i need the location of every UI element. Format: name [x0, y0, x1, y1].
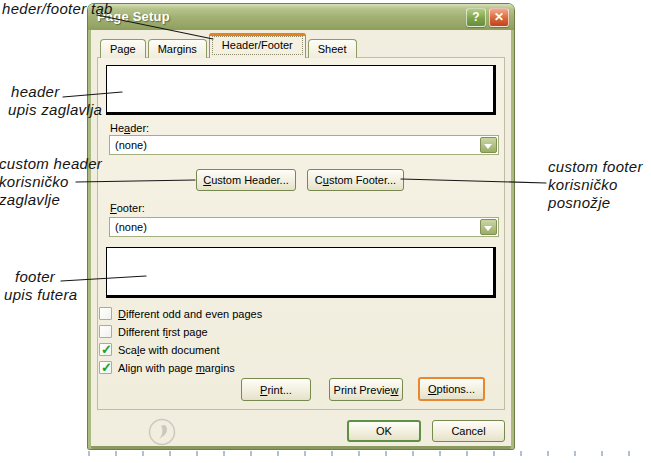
tab-strip: Page Margins Header/Footer Sheet	[100, 33, 357, 58]
annotation-header-note-line1: header	[11, 83, 102, 101]
checkbox-row-different-first-page: Different first page	[99, 324, 208, 339]
help-button[interactable]: ?	[466, 8, 486, 27]
annotation-footer-note: footer upis futera	[15, 268, 77, 304]
header-footer-tab-panel: Header: (none) Custom Header... Custom F…	[97, 57, 505, 410]
watermark-logo-icon	[148, 418, 176, 446]
annotation-footer-note-line2: upis futera	[4, 286, 77, 304]
checkbox-row-different-odd-even: Different odd and even pages	[99, 306, 262, 321]
dialog-titlebar[interactable]: Page Setup ? ✕	[88, 4, 514, 30]
footer-label: Footer:	[110, 202, 145, 214]
annotation-custom-footer-note: custom footer korisničko posnožje	[548, 158, 643, 212]
annotation-header-note-line2: upis zaglavlja	[8, 101, 102, 119]
ok-button[interactable]: OK	[347, 420, 421, 442]
annotation-footer-note-line1: footer	[15, 268, 77, 286]
close-button[interactable]: ✕	[489, 8, 509, 27]
header-dropdown-value: (none)	[115, 139, 147, 151]
checkbox-row-align-with-page-margins: Align with page margins	[99, 360, 235, 375]
header-dropdown[interactable]: (none)	[109, 135, 499, 155]
tab-header-footer[interactable]: Header/Footer	[209, 33, 306, 58]
print-button[interactable]: Print...	[241, 378, 311, 401]
print-preview-button[interactable]: Print Preview	[329, 378, 403, 401]
options-button[interactable]: Options...	[418, 377, 485, 401]
page-setup-dialog: Page Setup ? ✕ Page Margins Header/Foote…	[88, 4, 514, 449]
checkbox-row-scale-with-document: Scale with document	[99, 342, 220, 357]
annotation-custom-header-line1: custom header	[0, 155, 102, 173]
annotation-custom-header-line3: zaglavlje	[0, 191, 102, 209]
checkbox-label-different-odd-even[interactable]: Different odd and even pages	[118, 308, 262, 320]
annotation-header-note: header upis zaglavlja	[11, 83, 102, 119]
footer-preview-box	[106, 247, 496, 298]
checkbox-label-scale-with-document[interactable]: Scale with document	[118, 344, 220, 356]
header-preview-box	[106, 65, 496, 115]
tab-sheet[interactable]: Sheet	[308, 39, 357, 58]
help-icon: ?	[472, 10, 479, 24]
tab-margins[interactable]: Margins	[148, 39, 207, 58]
background-gridline-artifacts	[88, 451, 646, 456]
header-dropdown-arrow-icon[interactable]	[480, 137, 497, 153]
checkbox-align-with-page-margins[interactable]	[99, 361, 112, 374]
custom-footer-button[interactable]: Custom Footer...	[307, 169, 404, 191]
tab-page[interactable]: Page	[100, 39, 146, 58]
footer-dropdown-value: (none)	[115, 221, 147, 233]
footer-dropdown-arrow-icon[interactable]	[480, 219, 497, 235]
annotation-custom-header-note: custom header korisničko zaglavlje	[0, 155, 102, 209]
annotation-custom-footer-line3: posnožje	[548, 194, 643, 212]
checkbox-label-align-with-page-margins[interactable]: Align with page margins	[118, 362, 235, 374]
cancel-button[interactable]: Cancel	[432, 420, 505, 442]
close-icon: ✕	[494, 10, 504, 24]
checkbox-scale-with-document[interactable]	[99, 343, 112, 356]
checkbox-different-first-page[interactable]	[99, 325, 112, 338]
footer-dropdown[interactable]: (none)	[109, 217, 499, 237]
header-label: Header:	[110, 122, 149, 134]
annotation-custom-footer-line2: korisničko	[548, 176, 643, 194]
checkbox-different-odd-even[interactable]	[99, 307, 112, 320]
screenshot-canvas: heder/footer tab header upis zaglavlja c…	[0, 0, 651, 463]
checkbox-label-different-first-page[interactable]: Different first page	[118, 326, 208, 338]
annotation-custom-header-line2: korisničko	[0, 173, 102, 191]
annotation-custom-footer-line1: custom footer	[548, 158, 643, 176]
annotation-tab-note: heder/footer tab	[2, 0, 113, 18]
custom-header-button[interactable]: Custom Header...	[196, 169, 296, 191]
